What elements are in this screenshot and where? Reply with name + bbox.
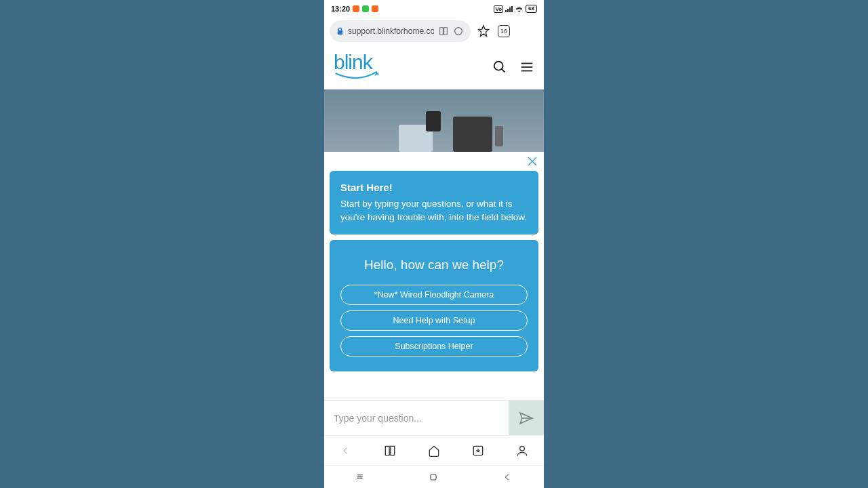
send-button[interactable] xyxy=(509,401,544,435)
suggestion-label: Subscriptions Helper xyxy=(395,342,473,351)
tabs-button[interactable]: 16 xyxy=(496,24,511,39)
suggestion-subscriptions-button[interactable]: Subscriptions Helper xyxy=(340,336,528,357)
suggestion-floodlight-button[interactable]: *New* Wired Floodlight Camera xyxy=(340,285,528,305)
bookmark-icon[interactable] xyxy=(476,24,491,39)
amazon-swoosh-icon xyxy=(334,71,381,81)
status-bar: 13:20 Vo 68 xyxy=(324,0,544,18)
chat-input[interactable] xyxy=(324,401,509,435)
vowifi-icon: Vo xyxy=(494,5,503,13)
downloads-icon[interactable] xyxy=(471,443,486,458)
library-icon[interactable] xyxy=(382,443,397,458)
hero-image xyxy=(324,89,544,152)
start-here-body: Start by typing your questions, or what … xyxy=(340,197,528,224)
system-nav-bar: ≡ xyxy=(324,465,544,488)
start-here-card: Start Here! Start by typing your questio… xyxy=(330,171,538,235)
search-icon[interactable] xyxy=(492,60,507,75)
back-system-icon[interactable] xyxy=(503,473,511,481)
refresh-icon[interactable] xyxy=(453,26,464,37)
svg-line-2 xyxy=(502,68,505,72)
battery-icon: 68 xyxy=(526,5,537,13)
tab-count: 16 xyxy=(498,25,510,37)
blink-logo[interactable]: blink xyxy=(334,53,381,81)
chat-widget: Start Here! Start by typing your questio… xyxy=(324,152,544,488)
product-image-icon xyxy=(495,126,503,146)
recents-icon[interactable]: ≡ xyxy=(357,471,363,483)
suggestion-label: Need Help with Setup xyxy=(393,316,475,325)
svg-point-0 xyxy=(455,28,462,35)
product-image-icon xyxy=(426,111,441,131)
wifi-icon xyxy=(515,5,524,12)
start-here-title: Start Here! xyxy=(340,182,528,193)
back-icon[interactable] xyxy=(338,443,353,458)
notification-dot-icon xyxy=(353,5,359,12)
url-text: support.blinkforhome.co xyxy=(348,26,434,36)
browser-bottom-nav xyxy=(324,435,544,465)
product-image-icon xyxy=(453,117,492,152)
help-card-title: Hello, how can we help? xyxy=(340,258,528,272)
suggestion-setup-button[interactable]: Need Help with Setup xyxy=(340,310,528,331)
home-icon[interactable] xyxy=(427,443,441,458)
svg-point-10 xyxy=(519,446,524,451)
browser-url-bar: support.blinkforhome.co 16 xyxy=(324,18,544,45)
close-icon[interactable] xyxy=(526,155,538,167)
phone-app-icon xyxy=(362,5,369,12)
logo-text: blink xyxy=(334,53,372,71)
svg-rect-11 xyxy=(431,474,436,479)
reader-mode-icon[interactable] xyxy=(438,26,449,37)
lock-icon xyxy=(336,27,344,36)
url-pill[interactable]: support.blinkforhome.co xyxy=(330,20,471,42)
home-system-icon[interactable] xyxy=(429,472,438,482)
paper-plane-icon xyxy=(518,410,534,426)
help-card: Hello, how can we help? *New* Wired Floo… xyxy=(330,240,538,371)
chat-top-bar xyxy=(324,152,544,171)
phone-frame: 13:20 Vo 68 support.blinkforhome.co xyxy=(324,0,544,488)
status-right: Vo 68 xyxy=(494,5,537,13)
chat-input-row xyxy=(324,400,544,435)
status-time: 13:20 xyxy=(331,5,350,13)
svg-point-1 xyxy=(494,61,503,70)
status-left: 13:20 xyxy=(331,5,378,13)
hamburger-menu-icon[interactable] xyxy=(519,60,534,75)
cell-signal-icon xyxy=(505,5,513,12)
notification-dot-icon xyxy=(372,5,378,12)
site-header: blink xyxy=(324,45,544,89)
profile-icon[interactable] xyxy=(515,443,530,458)
suggestion-label: *New* Wired Floodlight Camera xyxy=(374,290,494,300)
